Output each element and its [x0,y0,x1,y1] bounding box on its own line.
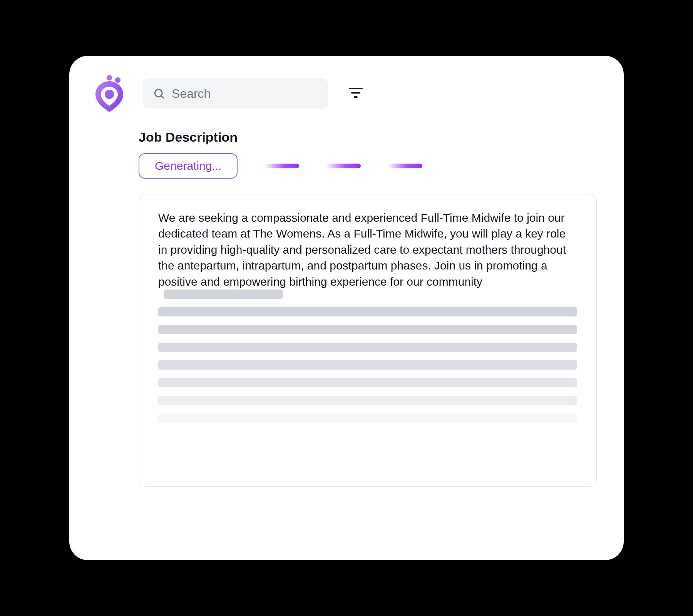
skeleton-placeholder [164,290,283,299]
skeleton-placeholder [158,396,577,405]
search-input[interactable] [172,87,318,101]
skeleton-placeholder [158,360,577,370]
logo [92,75,126,112]
app-card: Job Description Generating... We are see… [69,56,624,560]
top-bar [92,74,601,113]
fade-overlay [139,425,596,486]
search-box[interactable] [143,79,328,109]
skeleton-placeholder [158,343,577,352]
description-panel: We are seeking a compassionate and exper… [139,194,597,487]
search-icon [153,88,165,99]
filter-button[interactable] [345,83,367,104]
filter-icon [349,87,363,100]
progress-dash-icon [264,164,299,168]
svg-line-1 [161,96,164,98]
skeleton-placeholder [158,307,577,316]
skeleton-placeholder [158,325,577,334]
skeleton-placeholder [158,378,577,387]
location-pin-icon [92,75,126,112]
description-body-text: We are seeking a compassionate and exper… [158,211,566,288]
progress-dash-icon [388,164,422,168]
skeleton-placeholder [158,413,577,423]
status-row: Generating... [139,153,601,179]
section-title: Job Description [139,130,601,145]
generating-status-pill: Generating... [139,153,238,179]
progress-dash-icon [326,164,361,168]
